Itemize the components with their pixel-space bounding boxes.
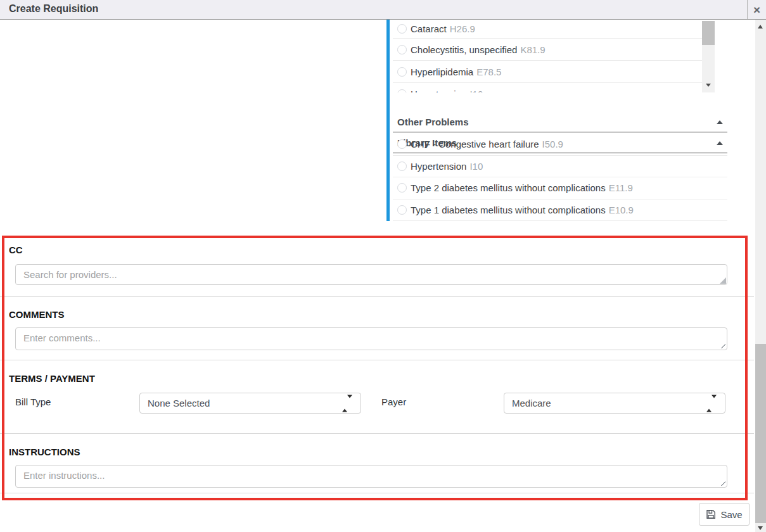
library-label: Type 1 diabetes mellitus without complic…	[411, 205, 606, 215]
divider	[0, 433, 754, 434]
terms-label: TERMS / PAYMENT	[9, 373, 95, 384]
problem-scroll-list: Cataract H26.9 Cholecystitis, unspecifie…	[393, 20, 715, 92]
library-label: Type 2 diabetes mellitus without complic…	[411, 182, 606, 193]
library-code: I10	[469, 161, 483, 172]
cc-input[interactable]	[15, 264, 727, 285]
list-scrollbar-thumb[interactable]	[702, 21, 715, 45]
library-label: Hypertension	[411, 161, 466, 172]
problem-code: H26.9	[450, 23, 475, 34]
radio-icon[interactable]	[397, 67, 407, 77]
payer-label: Payer	[381, 396, 406, 407]
payer-value: Medicare	[512, 398, 551, 408]
library-item[interactable]: Type 2 diabetes mellitus without complic…	[393, 177, 727, 200]
bill-type-select[interactable]: None Selected	[139, 393, 361, 414]
instructions-label: INSTRUCTIONS	[9, 446, 80, 457]
save-button[interactable]: Save	[699, 503, 750, 526]
radio-icon[interactable]	[397, 162, 407, 171]
problem-label: Hyperlipidemia	[411, 66, 473, 77]
problem-item[interactable]: Cholecystitis, unspecified K81.9	[393, 39, 715, 61]
bill-type-value: None Selected	[148, 398, 210, 408]
problem-code: E78.5	[476, 66, 501, 77]
library-item[interactable]: CHF - Congestive heart failure I50.9	[393, 134, 727, 156]
problem-label: Hypertension	[411, 89, 466, 93]
save-label: Save	[720, 509, 742, 520]
problem-label: Cataract	[411, 23, 447, 34]
updown-arrow-icon	[706, 398, 717, 408]
close-button[interactable]: ×	[747, 0, 766, 19]
radio-icon[interactable]	[397, 183, 407, 193]
scroll-up-icon[interactable]	[758, 25, 763, 28]
comments-input[interactable]	[15, 327, 727, 350]
cc-field-wrap	[15, 264, 727, 285]
scroll-down-icon[interactable]	[706, 84, 711, 87]
library-code: E10.9	[609, 205, 634, 215]
scroll-down-icon[interactable]	[758, 526, 763, 530]
library-label: CHF - Congestive heart failure	[411, 139, 539, 149]
problem-item[interactable]: Hyperlipidemia E78.5	[393, 61, 715, 83]
bill-type-label: Bill Type	[15, 396, 51, 407]
library-item[interactable]: Hypertension I10	[393, 156, 727, 178]
diagnosis-panel: Cataract H26.9 Cholecystitis, unspecifie…	[386, 20, 724, 221]
radio-icon[interactable]	[397, 89, 407, 93]
cc-label: CC	[9, 244, 23, 255]
radio-icon[interactable]	[397, 24, 407, 34]
problem-item[interactable]: Cataract H26.9	[393, 20, 715, 39]
modal-header: Create Requisition ×	[0, 0, 766, 20]
library-code: I50.9	[542, 139, 563, 149]
comments-label: COMMENTS	[9, 309, 65, 320]
close-icon: ×	[753, 4, 760, 16]
comments-field-wrap	[15, 327, 727, 350]
instructions-input[interactable]	[15, 465, 727, 488]
payer-select[interactable]: Medicare	[504, 393, 725, 414]
floppy-disk-icon	[706, 509, 716, 519]
library-item[interactable]: Type 1 diabetes mellitus without complic…	[393, 200, 727, 222]
list-scrollbar[interactable]	[702, 21, 715, 92]
divider	[0, 360, 754, 360]
instructions-field-wrap	[15, 465, 727, 488]
collapse-arrow-icon[interactable]	[717, 120, 723, 124]
radio-icon[interactable]	[397, 45, 407, 54]
radio-icon[interactable]	[397, 205, 407, 215]
section-other-problems[interactable]: Other Problems	[393, 112, 727, 132]
updown-arrow-icon	[342, 398, 352, 408]
section-title: Other Problems	[397, 117, 469, 127]
page-scrollbar-thumb[interactable]	[755, 344, 766, 523]
modal-title: Create Requisition	[9, 3, 98, 15]
problem-item[interactable]: Hypertension I10	[393, 83, 715, 92]
divider	[0, 296, 754, 297]
page-scrollbar[interactable]	[755, 20, 766, 532]
problem-code: K81.9	[520, 44, 545, 55]
library-items-list: CHF - Congestive heart failure I50.9 Hyp…	[393, 134, 727, 221]
radio-icon[interactable]	[397, 139, 407, 149]
problem-label: Cholecystitis, unspecified	[411, 44, 517, 55]
problem-code: I10	[469, 89, 483, 93]
library-code: E11.9	[609, 182, 633, 193]
divider	[0, 493, 754, 493]
